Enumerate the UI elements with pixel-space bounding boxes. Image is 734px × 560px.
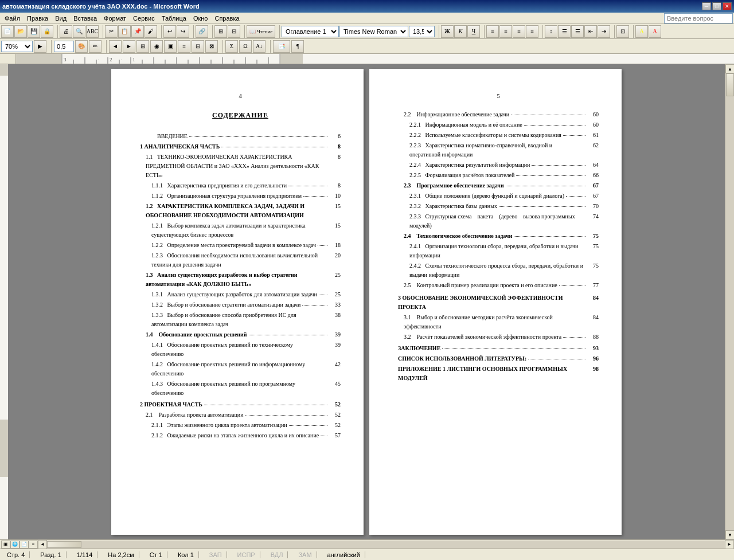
hscroll-thumb[interactable]: [47, 541, 81, 548]
sort-button[interactable]: A↓: [253, 40, 266, 53]
menu-format[interactable]: Формат: [100, 14, 130, 23]
status-ispr: ИСПР: [233, 551, 260, 558]
font-size-dropdown[interactable]: 13,5: [409, 26, 435, 37]
toc-entries-left: ВВЕДЕНИЕ 6 1 АНАЛИТИЧЕСКАЯ ЧАСТЬ 8 1.1 Т…: [140, 132, 341, 440]
align-justify-button[interactable]: ≡: [526, 25, 538, 38]
border-button[interactable]: ⊡: [616, 25, 629, 38]
field6-button[interactable]: ⊠: [205, 40, 218, 53]
number-list-button[interactable]: ☰: [571, 25, 584, 38]
paste-button[interactable]: 📌: [131, 25, 144, 38]
search-area: [664, 13, 733, 24]
save-button[interactable]: 💾: [28, 25, 40, 38]
field5-button[interactable]: ⊟: [192, 40, 204, 53]
underline-button[interactable]: Ч: [467, 25, 480, 38]
ruler-color-button[interactable]: 🎨: [75, 40, 88, 53]
menu-window[interactable]: Окно: [190, 14, 212, 23]
toc-entry-1-1-1: 1.1.1 Характеристика предприятия и его д…: [140, 181, 341, 190]
hscroll-track[interactable]: [47, 541, 725, 549]
web-view-button[interactable]: 🌐: [10, 541, 19, 549]
normal-view-button[interactable]: ▣: [1, 541, 10, 549]
bold-button[interactable]: Ж: [441, 25, 454, 38]
toc-entry-2-2-4: 2.2.4 Характеристика результатной информ…: [398, 160, 599, 170]
outline-view-button[interactable]: ≡: [29, 541, 38, 549]
open-button[interactable]: 📂: [14, 25, 27, 38]
print-view-button[interactable]: 📄: [19, 541, 29, 549]
scroll-left-button[interactable]: ◄: [38, 540, 47, 549]
svg-text:·: ·: [121, 57, 122, 62]
font-dropdown[interactable]: Times New Roman: [339, 26, 408, 37]
new-button[interactable]: 📄: [1, 25, 14, 38]
show-all-button[interactable]: ¶: [291, 40, 304, 53]
menu-edit[interactable]: Правка: [24, 14, 52, 23]
spell-button[interactable]: ABC: [86, 25, 99, 38]
formula-button[interactable]: Σ: [225, 40, 238, 53]
toc-entry-1-2-1: 1.2.1 Выбор комплекса задач автоматизаци…: [140, 221, 341, 240]
menu-insert[interactable]: Вставка: [70, 14, 100, 23]
close-button[interactable]: ✕: [723, 2, 732, 10]
font-color-button[interactable]: A: [649, 25, 661, 38]
print-button[interactable]: 🖨: [60, 25, 72, 38]
menu-tools[interactable]: Сервис: [130, 14, 158, 23]
scroll-thumb[interactable]: [726, 73, 734, 96]
cut-button[interactable]: ✂: [105, 25, 118, 38]
minimize-button[interactable]: ─: [702, 2, 711, 10]
title-bar: автоматизация складского учёта ЗАО XXX.d…: [0, 0, 734, 13]
sep-t2-2: [104, 40, 107, 53]
vertical-ruler: [0, 64, 8, 539]
toc-entry-1-1-2: 1.1.2 Организационная структура управлен…: [140, 191, 341, 201]
maximize-button[interactable]: □: [712, 2, 721, 10]
zoom-dropdown[interactable]: 70%: [1, 41, 33, 52]
toc-entry-lit: СПИСОК ИСПОЛЬЗОВАННОЙ ЛИТЕРАТУРЫ: 96: [398, 354, 599, 363]
sep9: [482, 25, 485, 38]
scroll-track[interactable]: [725, 73, 734, 530]
menu-table[interactable]: Таблица: [158, 14, 190, 23]
align-center-button[interactable]: ≡: [499, 25, 512, 38]
italic-button[interactable]: К: [454, 25, 467, 38]
copy-button[interactable]: 📋: [118, 25, 131, 38]
preview-button[interactable]: 🔍: [73, 25, 85, 38]
status-position: На 2,2см: [103, 551, 139, 558]
field2-button[interactable]: ◉: [150, 40, 163, 53]
sep11: [612, 25, 615, 38]
undo-button[interactable]: ↩: [163, 25, 176, 38]
menu-help[interactable]: Справка: [211, 14, 243, 23]
horizontal-scrollbar-area: ▣ 🌐 📄 ≡ ◄ ►: [0, 539, 734, 549]
navigate-next-button[interactable]: ►: [123, 40, 135, 53]
window-controls[interactable]: ─ □ ✕: [702, 2, 732, 10]
pencil-button[interactable]: ✏: [89, 40, 101, 53]
reading-button[interactable]: 📖 Чтение: [247, 25, 275, 38]
scroll-right-button[interactable]: ►: [725, 540, 734, 549]
format-painter[interactable]: 🖌: [145, 25, 157, 38]
hyperlink-button[interactable]: 🔗: [196, 25, 208, 38]
navigate-prev-button[interactable]: ◄: [109, 40, 122, 53]
scroll-up-button[interactable]: ▲: [725, 64, 734, 73]
field1-button[interactable]: ⊞: [136, 40, 149, 53]
increase-indent-button[interactable]: ⇥: [598, 25, 610, 38]
status-line: Ст 1: [145, 551, 167, 558]
bullet-list-button[interactable]: ☰: [558, 25, 571, 38]
style-dropdown[interactable]: Оглавление 1: [282, 26, 339, 37]
help-search-input[interactable]: [664, 13, 733, 24]
line-spacing-button[interactable]: ↕: [545, 25, 557, 38]
status-zam: ЗАМ: [294, 551, 317, 558]
symbol-button[interactable]: Ω: [239, 40, 252, 53]
align-right-button[interactable]: ≡: [513, 25, 525, 38]
table-button[interactable]: ⊞: [214, 25, 227, 38]
highlight-button[interactable]: A: [635, 25, 648, 38]
horizontal-ruler[interactable]: 3 · 2 · 1: [16, 54, 734, 64]
table2-button[interactable]: ⊟: [228, 25, 240, 38]
menu-file[interactable]: Файл: [1, 14, 24, 23]
scroll-down-button[interactable]: ▼: [725, 530, 734, 539]
permission-button[interactable]: 🔒: [41, 25, 53, 38]
doc-map-button[interactable]: 📑: [273, 40, 290, 53]
field4-button[interactable]: ≡: [178, 40, 190, 53]
field3-button[interactable]: ▣: [164, 40, 177, 53]
redo-button[interactable]: ↪: [177, 25, 189, 38]
decrease-indent-button[interactable]: ⇤: [584, 25, 597, 38]
align-left-button[interactable]: ≡: [486, 25, 499, 38]
menu-view[interactable]: Вид: [52, 14, 70, 23]
zoom-apply-button[interactable]: ▶: [34, 40, 46, 53]
ruler-input[interactable]: [54, 41, 74, 52]
svg-text:2: 2: [110, 57, 112, 62]
vertical-scrollbar[interactable]: ▲ ▼: [725, 64, 734, 539]
